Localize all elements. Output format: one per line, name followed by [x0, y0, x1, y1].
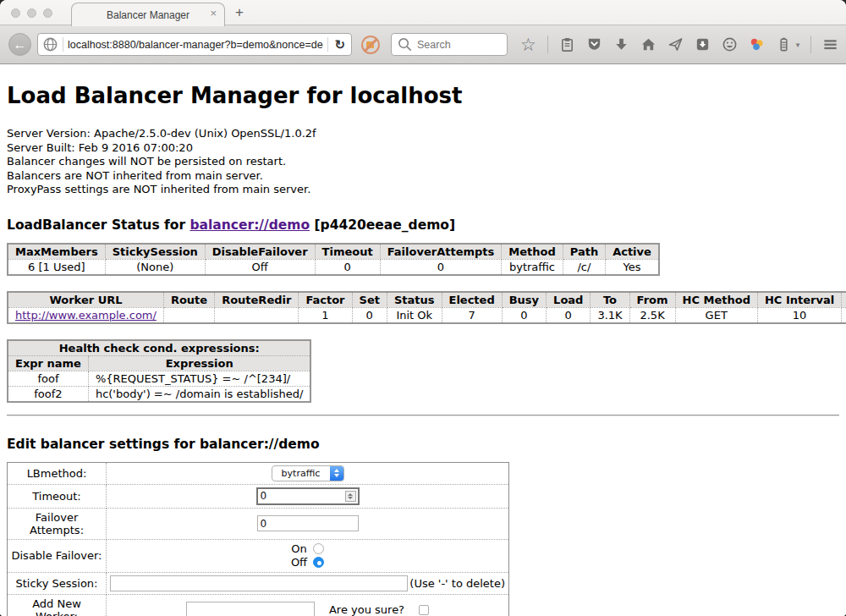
disablefailover-cell: Off — [205, 259, 315, 275]
send-plane-icon[interactable] — [667, 36, 684, 52]
set-cell: 0 — [352, 307, 387, 323]
column-header: RouteRedir — [215, 292, 299, 308]
lbmethod-row: LBmethod: bytraffic — [8, 462, 509, 484]
url-bar[interactable]: localhost:8880/balancer-manager?b=demo&n… — [37, 33, 352, 56]
maxmembers-cell: 6 [1 Used] — [8, 259, 105, 275]
disable-failover-row: Disable Failover: On Off — [8, 539, 509, 572]
add-worker-input[interactable] — [186, 602, 315, 616]
bookmark-star-icon[interactable]: ☆ — [520, 36, 536, 52]
column-header: Expr name — [8, 355, 88, 371]
edit-balancer-form: LBmethod: bytraffic Timeout: 0 — [7, 462, 509, 616]
server-built-line: Server Built: Feb 9 2016 07:00:20 — [7, 141, 839, 156]
zoom-window-button[interactable] — [43, 8, 52, 18]
proxypass-note-line: ProxyPass settings are NOT inherited fro… — [7, 183, 839, 197]
search-input[interactable] — [417, 39, 502, 51]
lbmethod-selected-value: bytraffic — [272, 468, 330, 479]
browser-window: Balancer Manager × + ← localhost:8880/ba… — [0, 0, 846, 616]
feedback-smiley-icon[interactable] — [722, 36, 738, 52]
page-content: Load Balancer Manager for localhost Serv… — [0, 64, 846, 616]
elected-cell: 7 — [442, 307, 502, 323]
battery-extension-icon[interactable] — [776, 36, 792, 52]
passes-cell: 1 (0) — [842, 307, 846, 323]
toolbar-divider — [547, 36, 548, 53]
balancer-status-table: MaxMembersStickySessionDisableFailoverTi… — [7, 243, 660, 276]
lbmethod-label: LBmethod: — [8, 462, 107, 484]
select-stepper-icon — [330, 466, 343, 481]
download-panel-icon[interactable] — [695, 36, 711, 52]
failoverattempts-cell: 0 — [380, 259, 502, 275]
worker-data-row: http://www.example.com/ 1 0 Init Ok 7 0 … — [8, 307, 846, 323]
column-header: To — [591, 292, 629, 308]
menu-hamburger-icon[interactable] — [822, 36, 838, 52]
reload-icon[interactable]: ↻ — [332, 37, 347, 52]
expr-name-cell: foof2 — [8, 386, 88, 402]
timeout-cell: 0 — [315, 259, 380, 275]
tab-close-icon[interactable]: × — [210, 8, 217, 19]
worker-header-row: Worker URLRouteRouteRedirFactorSetStatus… — [8, 292, 846, 308]
number-spinner-icon[interactable] — [345, 491, 356, 502]
pocket-icon[interactable] — [586, 36, 602, 52]
search-bar[interactable] — [391, 33, 508, 56]
column-header: FailoverAttempts — [380, 244, 502, 260]
are-you-sure-checkbox[interactable] — [419, 605, 429, 615]
hc-expr-row: foof2 hc('body') =~ /domain is establish… — [8, 386, 310, 402]
new-tab-button[interactable]: + — [235, 4, 244, 21]
page-title: Load Balancer Manager for localhost — [7, 83, 839, 108]
close-window-button[interactable] — [11, 8, 20, 18]
inherit-note-line: Balancers are NOT inherited from main se… — [7, 169, 839, 184]
hc-table-title: Health check cond. expressions: — [8, 340, 310, 356]
worker-url-link[interactable]: http://www.example.com/ — [15, 309, 157, 322]
column-header: Timeout — [315, 244, 380, 260]
globe-icon — [42, 36, 58, 52]
url-text[interactable]: localhost:8880/balancer-manager?b=demo&n… — [68, 39, 323, 51]
column-header: Method — [502, 244, 563, 260]
sticky-session-input[interactable] — [110, 575, 408, 591]
column-header: DisableFailover — [205, 244, 315, 260]
timeout-row: Timeout: 0 — [8, 484, 509, 508]
failover-off-radio[interactable] — [313, 557, 324, 568]
home-icon[interactable] — [640, 36, 656, 52]
column-header: Load — [547, 292, 591, 308]
column-header: Worker URL — [8, 292, 163, 308]
lbmethod-value-cell: bytraffic — [107, 462, 509, 484]
status-heading-prefix: LoadBalancer Status for — [7, 217, 190, 233]
timeout-input[interactable]: 0 — [256, 487, 360, 505]
server-info: Server Version: Apache/2.5.0-dev (Unix) … — [7, 127, 839, 197]
server-version-line: Server Version: Apache/2.5.0-dev (Unix) … — [7, 127, 839, 141]
tab-balancer-manager[interactable]: Balancer Manager × — [71, 3, 225, 26]
worker-url-cell: http://www.example.com/ — [8, 307, 163, 323]
expression-cell: hc('body') =~ /domain is established/ — [88, 386, 310, 402]
column-header: Path — [563, 244, 605, 260]
column-header: HC Method — [675, 292, 757, 308]
column-header: Status — [387, 292, 442, 308]
column-header: Route — [163, 292, 214, 308]
health-check-table: Health check cond. expressions: Expr nam… — [7, 339, 311, 403]
back-button[interactable]: ← — [8, 33, 31, 56]
failover-attempts-row: Failover Attempts: — [8, 508, 509, 539]
content-blocked-icon[interactable] — [361, 36, 380, 54]
download-arrow-icon[interactable] — [613, 36, 629, 52]
clipboard-icon[interactable] — [559, 36, 575, 52]
column-header: From — [629, 292, 675, 308]
overflow-caret-icon[interactable]: ▾ — [796, 41, 800, 49]
color-dots-extension-icon[interactable] — [749, 36, 765, 52]
column-header: Set — [352, 292, 387, 308]
timeout-label: Timeout: — [8, 484, 107, 508]
lbmethod-select[interactable]: bytraffic — [272, 465, 344, 481]
section-divider — [7, 415, 839, 416]
busy-cell: 0 — [502, 307, 546, 323]
failover-attempts-input[interactable] — [257, 515, 359, 531]
balancer-header-row: MaxMembersStickySessionDisableFailoverTi… — [8, 244, 659, 260]
column-header: Factor — [299, 292, 352, 308]
urlbar-divider — [63, 37, 63, 52]
routeredir-cell — [215, 307, 299, 323]
worker-status-table: Worker URLRouteRouteRedirFactorSetStatus… — [7, 291, 846, 324]
minimize-window-button[interactable] — [27, 8, 36, 18]
balancer-demo-link[interactable]: balancer://demo — [190, 217, 310, 233]
tab-title: Balancer Manager — [107, 9, 190, 21]
radio-on-label: On — [291, 542, 306, 556]
stickysession-cell: (None) — [105, 259, 205, 275]
failover-on-radio[interactable] — [313, 543, 324, 554]
column-header: Active — [606, 244, 659, 260]
expression-cell: %{REQUEST_STATUS} =~ /^[234]/ — [88, 371, 310, 386]
